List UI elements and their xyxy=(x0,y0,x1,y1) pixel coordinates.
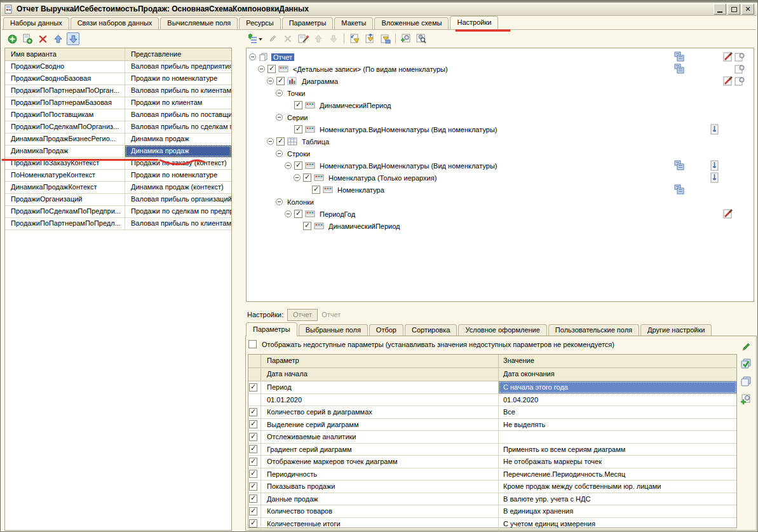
table-row[interactable]: ПродажиПоСделкамПоПредпри...Продажи по с… xyxy=(5,206,231,218)
tab-user-fields[interactable]: Пользовательские поля xyxy=(548,324,639,336)
table-row[interactable]: ПоНоменклатуреКонтекстПродажи по номенкл… xyxy=(5,170,231,182)
param-name-cell[interactable]: Показывать продажи xyxy=(261,481,499,493)
settings-view-button[interactable] xyxy=(415,32,428,45)
param-name-cell[interactable]: Период xyxy=(261,381,499,393)
variant-name-cell[interactable]: ПродажиПоПартнерамПоПредл... xyxy=(5,218,125,229)
collapse-icon[interactable] xyxy=(249,53,256,60)
param-value-cell[interactable]: Не отображать маркеры точек xyxy=(499,456,736,468)
table-row[interactable]: ПродажиОрганизацийВаловая прибыль органи… xyxy=(5,194,231,206)
param-row[interactable]: Выделение серий диаграмм Не выделять xyxy=(248,419,736,432)
param-checkbox[interactable] xyxy=(249,519,257,528)
param-checkbox[interactable] xyxy=(249,408,257,416)
param-checkbox[interactable] xyxy=(249,420,257,428)
variant-repr-cell-selected[interactable]: Динамика продаж xyxy=(125,146,231,157)
collapse-icon[interactable] xyxy=(285,162,292,169)
param-value-cell[interactable]: Не выделять xyxy=(499,419,736,431)
variant-name-cell[interactable]: ПродажиПоСделкамПоПредпри... xyxy=(5,206,125,217)
param-name-cell[interactable]: Периодичность xyxy=(261,468,499,481)
param-checkbox[interactable] xyxy=(249,383,257,392)
collapse-icon[interactable] xyxy=(276,198,283,205)
save-settings-button[interactable] xyxy=(379,32,391,45)
table-row[interactable]: ПродажиСводноВаловая прибыль предприятия xyxy=(5,61,231,73)
table-row[interactable]: ПродажиПоПартнерамПоОрган...Валовая приб… xyxy=(5,85,231,97)
tree-row-nomenclature[interactable]: Номенклатура xyxy=(247,184,754,196)
edit-value-button[interactable] xyxy=(741,341,752,352)
param-name-cell[interactable]: Количество товаров xyxy=(261,505,499,517)
param-value-cell[interactable]: Кроме продаж между собственными юр. лица… xyxy=(499,481,736,493)
table-row[interactable]: ПродажиПоПоставщикамВаловая прибыль по п… xyxy=(5,109,231,121)
param-value-cell[interactable]: Перечисление.Периодичность.Месяц xyxy=(499,468,736,481)
subheader-date-end[interactable]: Дата окончания xyxy=(499,368,736,381)
param-checkbox[interactable] xyxy=(249,482,257,491)
copy-variant-button[interactable] xyxy=(21,32,34,45)
param-row[interactable]: Количество товаров В единицах хранения xyxy=(248,505,736,518)
variant-repr-cell[interactable]: Продажи по номенклатуре xyxy=(125,170,231,181)
node-checkbox[interactable] xyxy=(276,77,285,85)
default-settings-button[interactable] xyxy=(348,32,361,45)
node-checkbox[interactable] xyxy=(312,186,320,194)
param-value-cell[interactable] xyxy=(499,431,736,443)
close-button[interactable]: ✕ xyxy=(741,4,754,15)
variant-repr-cell[interactable]: Валовая прибыль предприятия xyxy=(125,61,231,72)
variant-name-cell[interactable]: ПродажиПоЗаказуКонтекст xyxy=(5,158,125,169)
delete-variant-button[interactable] xyxy=(36,32,49,45)
tree-row-chart[interactable]: Диаграмма xyxy=(247,75,754,87)
variant-repr-cell[interactable]: Динамика продаж (контекст) xyxy=(125,182,231,193)
tree-row-table[interactable]: Таблица xyxy=(247,135,754,147)
subheader-date-start[interactable]: Дата начала xyxy=(261,368,499,381)
param-name-cell[interactable]: Отслеживаемые аналитики xyxy=(261,431,499,443)
variant-name-cell[interactable]: ПродажиСводноБазовая xyxy=(5,73,125,85)
tab-parameters[interactable]: Параметры xyxy=(282,17,334,29)
variant-name-cell[interactable]: ДинамикаПродажКонтекст xyxy=(5,182,125,193)
tree-row-dynamic-period[interactable]: ДинамическийПериод xyxy=(247,99,754,111)
param-checkbox[interactable] xyxy=(249,507,257,515)
param-row[interactable]: Данные продаж В валюте упр. учета с НДС xyxy=(248,493,736,506)
tab-layouts[interactable]: Макеты xyxy=(334,17,373,29)
move-node-up-button[interactable] xyxy=(312,32,325,45)
param-name-cell[interactable]: Выделение серий диаграмм xyxy=(261,419,499,431)
tree-node-label[interactable]: Таблица xyxy=(300,138,331,146)
tree-node-label[interactable]: Номенклатура xyxy=(335,186,386,194)
tab-settings[interactable]: Настройки xyxy=(450,16,498,29)
param-row-dates[interactable]: 01.01.2020 01.04.2020 xyxy=(248,394,736,407)
tree-node-label[interactable]: Номенклатура.ВидНоменклатуры (Вид номенк… xyxy=(318,126,499,133)
tab-conditional-appearance[interactable]: Условное оформление xyxy=(458,324,546,336)
tab-nested-schemas[interactable]: Вложенные схемы xyxy=(374,17,449,29)
node-checkbox[interactable] xyxy=(267,65,276,73)
param-row[interactable]: Количественные итоги С учетом единиц изм… xyxy=(248,518,736,531)
tab-data-set-links[interactable]: Связи наборов данных xyxy=(71,17,159,29)
node-checkbox[interactable] xyxy=(303,222,311,230)
variant-name-cell[interactable]: ПродажиОрганизаций xyxy=(5,194,125,205)
collapse-icon[interactable] xyxy=(294,174,301,181)
tab-resources[interactable]: Ресурсы xyxy=(239,17,280,29)
param-value-cell[interactable]: В единицах хранения xyxy=(499,505,736,517)
param-row[interactable]: Количество серий в диаграммах Все xyxy=(248,406,736,419)
report-level-path[interactable]: Отчет xyxy=(321,311,341,318)
variant-repr-cell[interactable]: Валовая прибыль по сделкам п... xyxy=(125,121,231,133)
collapse-icon[interactable] xyxy=(267,138,274,145)
tree-row-period-year[interactable]: ПериодГод xyxy=(247,208,754,220)
node-checkbox[interactable] xyxy=(276,137,285,146)
variant-repr-cell[interactable]: Валовая прибыль организаций xyxy=(125,194,231,205)
uncheck-all-button[interactable] xyxy=(740,376,752,388)
tree-node-label[interactable]: Диаграмма xyxy=(300,78,340,85)
variant-repr-cell[interactable]: Продажи по номенклатуре xyxy=(125,73,231,85)
tree-row-report[interactable]: Отчет xyxy=(247,51,754,63)
collapse-icon[interactable] xyxy=(258,65,265,72)
table-row[interactable]: ПродажиПоСделкамПоОрганиз...Валовая приб… xyxy=(5,121,231,133)
tree-row-nomenclature-kind-rows[interactable]: Номенклатура.ВидНоменклатуры (Вид номенк… xyxy=(247,160,754,172)
param-row[interactable]: Отображение маркеров точек диаграмм Не о… xyxy=(248,456,736,468)
table-row[interactable]: ПродажиПоПартнерамБазоваяПродажи по клие… xyxy=(5,97,231,109)
node-checkbox[interactable] xyxy=(303,174,311,182)
report-level-button[interactable]: Отчет xyxy=(287,309,318,321)
check-all-button[interactable] xyxy=(740,358,752,370)
tree-row-series[interactable]: Серии xyxy=(247,111,754,123)
table-row[interactable]: ДинамикаПродажБизнесРегио...Динамика про… xyxy=(5,133,231,146)
variant-repr-cell[interactable]: Продажи по клиентам xyxy=(125,97,231,109)
param-value-cell[interactable]: В валюте упр. учета с НДС xyxy=(499,493,736,505)
node-checkbox[interactable] xyxy=(294,210,302,218)
edit-node-button[interactable] xyxy=(266,32,279,45)
param-row[interactable]: Показывать продажи Кроме продаж между со… xyxy=(248,481,736,493)
collapse-icon[interactable] xyxy=(276,90,283,97)
tree-row-nomenclature-kind-series[interactable]: Номенклатура.ВидНоменклатуры (Вид номенк… xyxy=(247,123,754,135)
